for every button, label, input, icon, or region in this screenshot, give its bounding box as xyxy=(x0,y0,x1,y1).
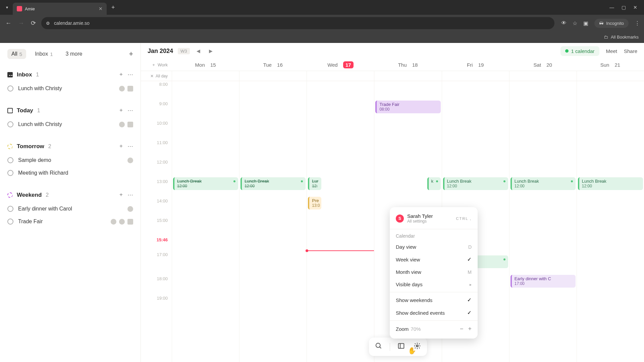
event-lunch[interactable]: Lunch Break 12:00 xyxy=(578,177,643,190)
maximize-window-icon[interactable]: ▢ xyxy=(622,5,626,10)
task-checkbox[interactable] xyxy=(7,85,13,92)
add-task-button[interactable]: + xyxy=(129,50,133,58)
day-header-sat[interactable]: Sat 20 xyxy=(509,59,577,71)
event-dinner[interactable]: Early dinner with C 17:00 xyxy=(511,275,576,288)
section-more-icon[interactable]: ⋯ xyxy=(127,107,133,114)
bookmarks-folder-icon[interactable]: 🗀 xyxy=(604,35,608,40)
day-col-wed[interactable]: Lur 12: Pre 13:0 xyxy=(307,81,374,362)
back-button[interactable]: ← xyxy=(4,18,13,28)
task-row[interactable]: Trade Fair xyxy=(7,215,133,228)
allday-cell[interactable] xyxy=(239,71,307,81)
calendar-main: Jan 2024 W3 ◀ ▶ 1 calendar Meet Share + … xyxy=(141,43,644,362)
event-pre[interactable]: Pre 13:0 xyxy=(308,197,321,209)
share-button[interactable]: Share xyxy=(624,48,637,54)
tracking-icon[interactable]: 👁 xyxy=(561,20,567,26)
new-tab-button[interactable]: + xyxy=(108,4,118,11)
section-header[interactable]: Inbox 1 + ⋯ xyxy=(7,68,133,82)
section-header[interactable]: Today 1 + ⋯ xyxy=(7,104,133,118)
task-row[interactable]: Sample demo xyxy=(7,154,133,167)
sidebar-tab-label: 3 more xyxy=(66,51,83,57)
all-bookmarks-link[interactable]: All Bookmarks xyxy=(611,35,639,40)
browser-menu-icon[interactable]: ⋮ xyxy=(635,20,640,26)
menu-week-view[interactable]: Week view ✓ xyxy=(390,253,478,266)
section-header[interactable]: Tomorrow 2 + ⋯ xyxy=(7,140,133,154)
next-week-button[interactable]: ▶ xyxy=(207,48,215,54)
prev-week-button[interactable]: ◀ xyxy=(195,48,202,54)
sidebar-tab-more[interactable]: 3 more xyxy=(62,49,87,59)
allday-cell[interactable] xyxy=(442,71,509,81)
section-more-icon[interactable]: ⋯ xyxy=(127,143,133,150)
allday-cell[interactable] xyxy=(509,71,577,81)
menu-show-weekends[interactable]: Show weekends ✓ xyxy=(390,294,478,306)
day-col-sat[interactable]: Lunch Break 12:00 Early dinner with C 17… xyxy=(509,81,577,362)
browser-tab[interactable]: Amie ✕ xyxy=(13,3,107,15)
zoom-out-button[interactable]: − xyxy=(460,325,464,333)
allday-cell[interactable] xyxy=(307,71,374,81)
section-header[interactable]: Weekend 2 + ⋯ xyxy=(7,189,133,202)
sidebar-toggle-icon[interactable] xyxy=(396,341,406,353)
section-add-icon[interactable]: + xyxy=(119,107,123,114)
task-row[interactable]: Early dinner with Carol xyxy=(7,202,133,215)
event-trade-fair[interactable]: Trade Fair 08:00 xyxy=(375,101,440,113)
menu-show-declined[interactable]: Show declined events ✓ xyxy=(390,306,478,319)
popup-user-row[interactable]: S Sarah Tyler All settings CTRL , xyxy=(390,212,478,228)
reload-button[interactable]: ⟳ xyxy=(30,18,37,28)
task-row[interactable]: Lunch with Christy xyxy=(7,118,133,131)
allday-cell[interactable] xyxy=(577,71,644,81)
address-bar[interactable]: ⚙ calendar.amie.so xyxy=(41,17,554,29)
day-header-thu[interactable]: Thu 18 xyxy=(374,59,441,71)
task-checkbox[interactable] xyxy=(7,157,13,163)
event-lunch[interactable]: Lunch Break 12:00 xyxy=(511,177,576,190)
section-add-icon[interactable]: + xyxy=(119,71,123,78)
section-more-icon[interactable]: ⋯ xyxy=(127,191,133,198)
sidebar-tab-inbox[interactable]: Inbox 1 xyxy=(31,49,57,59)
close-window-icon[interactable]: ✕ xyxy=(633,5,637,10)
event-status-dot-icon xyxy=(436,180,438,182)
section-add-icon[interactable]: + xyxy=(119,143,123,150)
task-row[interactable]: Meeting with Richard xyxy=(7,167,133,179)
day-col-mon[interactable]: Lunch Break 12:00 xyxy=(172,81,239,362)
event-lunch[interactable]: Lunch Break 12:00 xyxy=(173,177,238,190)
menu-visible-days[interactable]: Visible days ▸ xyxy=(390,278,478,291)
calendar-count-pill[interactable]: 1 calendar xyxy=(560,46,599,56)
add-icon[interactable]: + xyxy=(152,62,155,67)
task-checkbox[interactable] xyxy=(7,219,13,225)
day-col-sun[interactable]: Lunch Break 12:00 xyxy=(577,81,644,362)
meet-button[interactable]: Meet xyxy=(606,48,617,54)
task-checkbox[interactable] xyxy=(7,121,13,127)
incognito-badge[interactable]: 🕶 Incognito xyxy=(594,19,629,28)
task-checkbox[interactable] xyxy=(7,170,13,176)
search-icon[interactable] xyxy=(374,341,384,353)
section-count: 1 xyxy=(37,108,40,114)
day-header-fri[interactable]: Fri 19 xyxy=(442,59,509,71)
day-header-wed[interactable]: Wed 17 xyxy=(307,59,374,71)
sidebar-tab-all[interactable]: All 5 xyxy=(7,49,26,59)
menu-month-view[interactable]: Month view M xyxy=(390,266,478,278)
site-settings-icon[interactable]: ⚙ xyxy=(46,21,50,26)
section-add-icon[interactable]: + xyxy=(119,191,123,198)
event-lunch[interactable]: k xyxy=(427,177,441,190)
close-tab-icon[interactable]: ✕ xyxy=(99,6,103,11)
settings-gear-icon[interactable] xyxy=(412,341,422,353)
event-lunch[interactable]: Lur 12: xyxy=(308,177,321,190)
allday-label[interactable]: ✕ All day xyxy=(141,71,172,81)
day-header-tue[interactable]: Tue 16 xyxy=(239,59,307,71)
minimize-window-icon[interactable]: — xyxy=(609,5,614,10)
task-checkbox[interactable] xyxy=(7,206,13,212)
day-col-tue[interactable]: Lunch Break 12:00 xyxy=(239,81,307,362)
panel-icon[interactable]: ▣ xyxy=(583,20,588,26)
collapse-allday-icon[interactable]: ✕ xyxy=(150,74,154,78)
menu-day-view[interactable]: Day view D xyxy=(390,241,478,253)
event-lunch[interactable]: Lunch Break 12:00 xyxy=(443,177,508,190)
allday-cell[interactable] xyxy=(172,71,239,81)
zoom-in-button[interactable]: + xyxy=(468,325,472,333)
bookmark-star-icon[interactable]: ☆ xyxy=(573,20,577,26)
allday-cell[interactable] xyxy=(374,71,441,81)
day-header-sun[interactable]: Sun 21 xyxy=(577,59,644,71)
event-lunch[interactable]: Lunch Break 12:00 xyxy=(240,177,306,190)
task-row[interactable]: Lunch with Christy xyxy=(7,82,133,95)
section-more-icon[interactable]: ⋯ xyxy=(127,71,133,78)
tab-search-dropdown[interactable]: ▾ xyxy=(3,3,11,12)
day-header-mon[interactable]: Mon 15 xyxy=(172,59,239,71)
user-name: Sarah Tyler xyxy=(407,213,453,219)
